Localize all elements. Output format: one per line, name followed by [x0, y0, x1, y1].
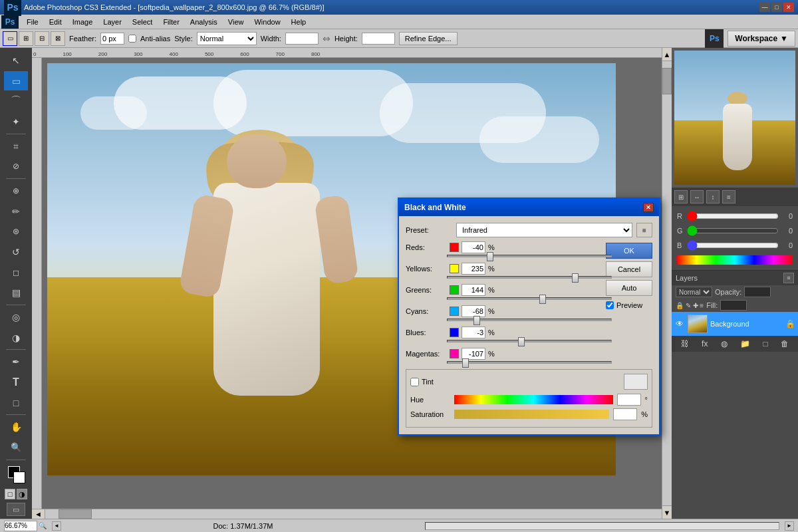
standard-mode-btn[interactable]: □	[5, 489, 15, 499]
hue-gradient-bar[interactable]	[454, 395, 613, 404]
saturation-gradient-bar[interactable]	[454, 410, 609, 419]
scroll-h-thumb[interactable]	[59, 509, 92, 519]
subtract-selection-btn[interactable]: ⊟	[35, 31, 49, 46]
tint-checkbox[interactable]	[410, 378, 419, 386]
marquee-tool-btn[interactable]: ▭	[4, 71, 28, 91]
panel-ctrl-3[interactable]: ↕	[706, 190, 720, 203]
new-selection-btn[interactable]: ▭	[3, 31, 17, 46]
ok-button[interactable]: OK	[606, 243, 652, 259]
bw-dialog-close-btn[interactable]: ✕	[643, 203, 654, 212]
preset-select[interactable]: Infrared Default High Contrast Blue Filt…	[456, 223, 632, 237]
menu-help[interactable]: Help	[286, 17, 312, 27]
menu-image[interactable]: Image	[67, 17, 98, 27]
feather-input[interactable]	[100, 33, 124, 45]
panel-ctrl-2[interactable]: ↔	[690, 190, 704, 203]
panel-ctrl-1[interactable]: ⊞	[674, 190, 688, 203]
next-view-btn[interactable]: ►	[785, 521, 794, 531]
menu-select[interactable]: Select	[127, 17, 158, 27]
menu-file[interactable]: File	[21, 17, 44, 27]
scroll-left-btn[interactable]: ◄	[32, 509, 45, 519]
lasso-tool-btn[interactable]: ⌒	[4, 91, 28, 111]
close-button[interactable]: ✕	[783, 3, 794, 12]
delete-layer-btn[interactable]: 🗑	[778, 338, 791, 350]
opacity-input[interactable]: 100%	[744, 287, 771, 297]
add-style-btn[interactable]: fx	[699, 338, 710, 350]
menu-analysis[interactable]: Analysis	[185, 17, 223, 27]
menu-layer[interactable]: Layer	[98, 17, 127, 27]
g-slider[interactable]	[687, 227, 779, 234]
greens-value[interactable]	[462, 284, 485, 296]
minimize-button[interactable]: —	[759, 3, 770, 12]
pen-btn[interactable]: ✒	[4, 352, 28, 372]
reds-slider[interactable]	[447, 255, 612, 257]
zoom-btn[interactable]: 🔍	[4, 438, 28, 458]
panel-ctrl-4[interactable]: ≡	[722, 190, 735, 203]
maximize-button[interactable]: □	[771, 3, 782, 12]
canvas-scrollbar-horizontal[interactable]: ◄	[32, 509, 662, 519]
magic-wand-btn[interactable]: ✦	[4, 112, 28, 132]
type-btn[interactable]: T	[4, 372, 28, 392]
yellows-value[interactable]	[462, 263, 485, 275]
b-slider[interactable]	[687, 242, 779, 249]
menu-filter[interactable]: Filter	[158, 17, 184, 27]
prev-view-btn[interactable]: ◄	[52, 521, 61, 531]
swap-icon[interactable]: ⇔	[323, 33, 331, 44]
blur-btn[interactable]: ◎	[4, 307, 28, 327]
blues-value[interactable]	[462, 327, 485, 338]
preset-menu-btn[interactable]: ≡	[636, 223, 652, 237]
menu-view[interactable]: View	[223, 17, 249, 27]
blues-slider[interactable]	[447, 340, 612, 342]
move-tool-btn[interactable]: ↖	[4, 51, 28, 70]
background-color[interactable]	[13, 471, 25, 483]
hand-btn[interactable]: ✋	[4, 417, 28, 437]
hue-value-input[interactable]	[617, 394, 641, 406]
new-group-btn[interactable]: 📁	[737, 338, 753, 350]
width-input[interactable]	[285, 33, 319, 45]
intersect-selection-btn[interactable]: ⊠	[51, 31, 65, 46]
healing-btn[interactable]: ⊕	[4, 181, 28, 201]
greens-slider[interactable]	[447, 297, 612, 300]
scroll-v-thumb[interactable]	[662, 68, 672, 94]
preview-checkbox[interactable]	[606, 301, 614, 309]
scrollbar-h-status[interactable]	[425, 522, 779, 530]
color-swatches[interactable]	[4, 465, 28, 487]
tint-swatch[interactable]	[624, 374, 648, 390]
title-bar-controls[interactable]: — □ ✕	[759, 3, 794, 12]
layers-menu-btn[interactable]: ≡	[783, 273, 794, 283]
gradient-btn[interactable]: ▤	[4, 283, 28, 303]
r-slider[interactable]	[687, 213, 779, 219]
crop-tool-btn[interactable]: ⌗	[4, 136, 28, 156]
blues-slider-thumb[interactable]	[518, 337, 525, 346]
yellows-slider-thumb[interactable]	[572, 273, 579, 283]
scroll-up-btn[interactable]: ▲	[662, 48, 672, 61]
new-layer-btn[interactable]: □	[761, 338, 771, 350]
magentas-slider[interactable]	[447, 361, 612, 364]
scroll-down-btn[interactable]: ▼	[662, 505, 672, 519]
quick-mask-btn[interactable]: ◑	[17, 489, 27, 499]
add-mask-btn[interactable]: ◍	[718, 338, 730, 350]
screen-mode-btn[interactable]: ▭	[7, 503, 25, 516]
eyedropper-btn[interactable]: ⊘	[4, 156, 28, 176]
workspace-button[interactable]: Workspace ▼	[728, 31, 795, 47]
yellows-slider[interactable]	[447, 276, 612, 279]
brush-btn[interactable]: ✏	[4, 201, 28, 221]
auto-button[interactable]: Auto	[606, 280, 652, 296]
blend-mode-select[interactable]: Normal	[676, 287, 712, 297]
height-input[interactable]	[362, 33, 395, 45]
add-selection-btn[interactable]: ⊞	[19, 31, 33, 46]
canvas-scrollbar-vertical[interactable]: ▲ ▼	[662, 48, 672, 519]
refine-edge-button[interactable]: Refine Edge...	[399, 32, 458, 45]
reds-slider-thumb[interactable]	[487, 252, 493, 261]
dodge-btn[interactable]: ◑	[4, 328, 28, 348]
cancel-button[interactable]: Cancel	[606, 261, 652, 277]
shape-btn[interactable]: □	[4, 393, 28, 413]
layer-visibility-eye[interactable]: 👁	[674, 319, 685, 329]
cyans-slider[interactable]	[447, 319, 612, 321]
cyans-slider-thumb[interactable]	[473, 316, 480, 325]
clone-btn[interactable]: ⊛	[4, 221, 28, 241]
antialias-checkbox[interactable]	[128, 35, 136, 43]
greens-slider-thumb[interactable]	[539, 295, 546, 304]
style-dropdown[interactable]: Normal Fixed Ratio Fixed Size	[197, 32, 257, 45]
magentas-slider-thumb[interactable]	[462, 358, 469, 368]
eraser-btn[interactable]: ◻	[4, 263, 28, 283]
